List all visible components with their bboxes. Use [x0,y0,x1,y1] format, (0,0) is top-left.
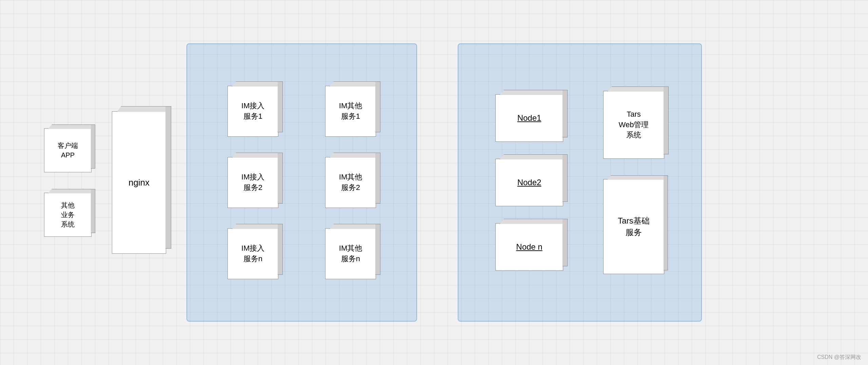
node1-box: Node1 [495,94,563,142]
left-section: 客户端APP 其他业务系统 [44,128,92,237]
im-other-n-label: IM其他服务n [339,243,362,264]
tars-base-box: Tars基础服务 [603,179,664,274]
im-other-1-label: IM其他服务1 [339,101,362,122]
im-other-2-label: IM其他服务2 [339,172,362,193]
im-other-column: IM其他服务1 IM其他服务2 IM其他服务n [325,86,376,279]
nginx-section: nginx [112,111,166,254]
im-access-n-label: IM接入服务n [241,243,264,264]
tars-base-label: Tars基础服务 [618,215,649,238]
client-app-label: 客户端APP [58,141,78,160]
im-access-1-label: IM接入服务1 [241,101,264,122]
nginx-label: nginx [129,176,150,189]
im-other-1-box: IM其他服务1 [325,86,376,137]
watermark: CSDN @答深网改 [817,354,861,361]
im-access-n-box: IM接入服务n [228,228,278,279]
node-column: Node1 Node2 Node n [495,94,563,271]
im-access-2-label: IM接入服务2 [241,172,264,193]
tars-web-box: TarsWeb管理系统 [603,91,664,159]
other-business-label: 其他业务系统 [61,200,75,229]
im-access-1-box: IM接入服务1 [228,86,278,137]
im-other-n-box: IM其他服务n [325,228,376,279]
client-app-box: 客户端APP [44,128,92,172]
node1-label: Node1 [517,112,541,124]
im-access-2-box: IM接入服务2 [228,157,278,208]
tars-web-label: TarsWeb管理系统 [619,109,649,140]
im-panel: IM接入服务1 IM接入服务2 IM接入服务n IM其他服务1 IM其他服务2 … [186,43,417,322]
im-access-column: IM接入服务1 IM接入服务2 IM接入服务n [228,86,278,279]
node2-box: Node2 [495,159,563,206]
other-business-box: 其他业务系统 [44,193,92,237]
nginx-box: nginx [112,111,166,254]
im-other-2-box: IM其他服务2 [325,157,376,208]
noden-label: Node n [516,241,542,253]
tars-panel: Node1 Node2 Node n TarsWeb管理系统 Tars基础服务 [458,43,702,322]
diagram-container: 客户端APP 其他业务系统 nginx IM接入服务1 IM接入服务2 IM接入… [44,26,824,339]
tars-right-column: TarsWeb管理系统 Tars基础服务 [603,91,664,274]
node2-label: Node2 [517,177,541,188]
noden-box: Node n [495,223,563,271]
